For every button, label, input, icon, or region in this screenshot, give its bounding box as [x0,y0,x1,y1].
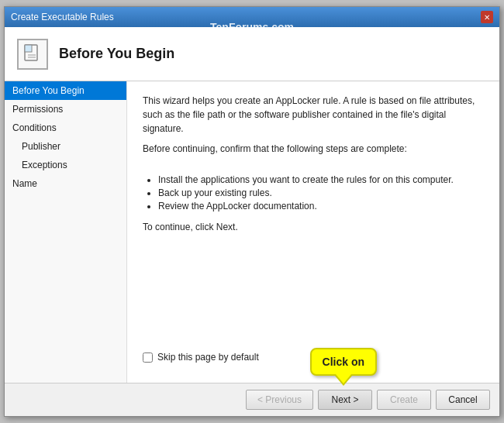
previous-button[interactable]: < Previous [246,390,313,410]
main-para3: To continue, click Next. [143,220,484,234]
bullet-list: Install the applications you want to cre… [158,174,484,214]
bullet-item-3: Review the AppLocker documentation. [158,201,484,212]
bullet-item-1: Install the applications you want to cre… [158,174,484,185]
sidebar-item-before-you-begin[interactable]: Before You Begin [5,81,126,100]
sidebar-item-name[interactable]: Name [5,174,126,193]
svg-rect-1 [25,45,32,52]
main-para1: This wizard helps you create an AppLocke… [143,94,484,162]
main-window: Create Executable Rules TenForums.com ✕ … [4,6,500,417]
document-icon [22,43,43,65]
sidebar-item-exceptions[interactable]: Exceptions [5,156,126,174]
sidebar-item-publisher[interactable]: Publisher [5,137,126,156]
skip-page-checkbox[interactable] [143,352,153,363]
close-icon: ✕ [484,13,490,22]
titlebar: Create Executable Rules TenForums.com ✕ [5,7,499,27]
header-section: Before You Begin [5,27,499,81]
sidebar-item-conditions[interactable]: Conditions [5,119,126,137]
next-button[interactable]: Next > [318,390,372,410]
close-button[interactable]: ✕ [481,11,493,23]
bullet-item-2: Back up your existing rules. [158,187,484,198]
content-area: Before You Begin Permissions Conditions … [5,81,499,383]
cancel-button[interactable]: Cancel [436,390,490,410]
page-title: Before You Begin [59,46,174,62]
main-panel: This wizard helps you create an AppLocke… [127,81,499,383]
footer: Click on < Previous Next > Create Cancel [5,383,499,416]
tooltip-text: Click on [323,356,364,368]
skip-page-label[interactable]: Skip this page by default [157,352,259,363]
sidebar-item-permissions[interactable]: Permissions [5,100,126,119]
window-title: Create Executable Rules [11,12,114,22]
tooltip-bubble: Click on [310,348,377,376]
create-button[interactable]: Create [377,390,431,410]
sidebar: Before You Begin Permissions Conditions … [5,81,127,383]
header-icon [17,39,48,70]
